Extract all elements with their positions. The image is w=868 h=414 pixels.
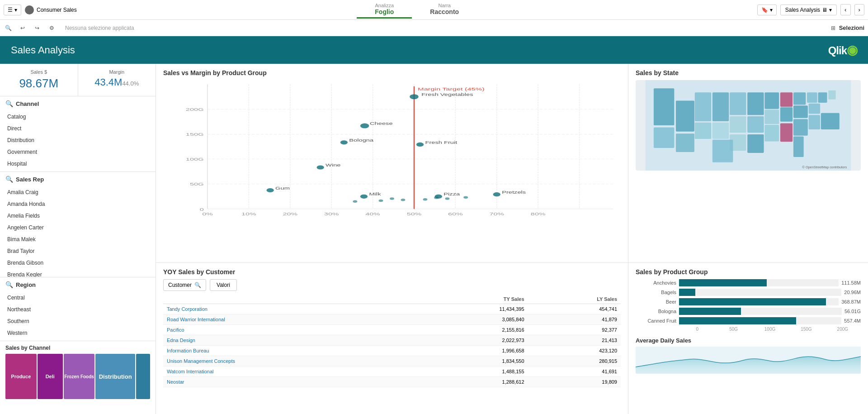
bookmark-dropdown: ▾	[770, 7, 773, 13]
treemap-distribution[interactable]: Distribution	[95, 354, 135, 399]
yoy-valori-button[interactable]: Valori	[210, 279, 237, 291]
yoy-row-3[interactable]: Edna Design2,022,97321,413	[163, 335, 621, 346]
analysis-label: Sales Analysis	[785, 7, 820, 13]
yoy-row-1[interactable]: Road Warrior International3,085,84041,87…	[163, 314, 621, 325]
svg-text:30%: 30%	[324, 211, 339, 216]
nav-tabs: Analizza Foglio Narra Racconto	[77, 1, 757, 19]
search-rep-icon[interactable]: 🔍	[5, 176, 13, 183]
selezioni-label[interactable]: Selezioni	[839, 24, 864, 31]
bar-track-bologna	[679, 308, 842, 315]
svg-text:Milk: Milk	[369, 192, 381, 197]
kpi-sales-label: Sales $	[7, 69, 71, 75]
col-ty-sales: TY Sales	[419, 295, 528, 304]
channel-item-catalog[interactable]: Catalog	[0, 111, 156, 123]
charts-bottom-row: YOY Sales by Customer Customer 🔍 Valori	[156, 263, 868, 414]
svg-rect-78	[793, 105, 808, 118]
yoy-row-2[interactable]: Pacifico2,155,81692,377	[163, 325, 621, 335]
svg-rect-76	[818, 92, 827, 103]
prev-button[interactable]: ‹	[840, 4, 850, 15]
svg-rect-59	[654, 128, 674, 148]
channel-item-direct[interactable]: Direct	[0, 123, 156, 134]
svg-rect-70	[764, 92, 779, 109]
yoy-title: YOY Sales by Customer	[163, 268, 621, 276]
svg-text:20%: 20%	[283, 211, 297, 216]
yoy-row-6[interactable]: Watcom International1,488,15541,691	[163, 366, 621, 377]
channel-item-hospital[interactable]: Hospital	[0, 158, 156, 170]
yoy-row-7[interactable]: Neostar1,288,61219,809	[163, 377, 621, 387]
app-name: Consumer Sales	[37, 7, 77, 13]
grid-icon[interactable]: ⊞	[831, 25, 835, 31]
bar-canned-fruit: Canned Fruit 557.4M	[636, 317, 861, 324]
svg-rect-60	[676, 100, 694, 131]
svg-point-56	[353, 200, 357, 203]
rep-item-7[interactable]: Brenda Kegler	[0, 269, 156, 277]
us-map[interactable]: © OpenStreetMap contributors	[636, 80, 861, 171]
treemap-produce[interactable]: Produce	[5, 354, 37, 399]
bar-bologna: Bologna 56.01G	[636, 308, 861, 315]
dashboard-header: Sales Analysis Qlik◉	[0, 36, 868, 64]
next-button[interactable]: ›	[854, 4, 864, 15]
sales-rep-filter-list: Amalia Craig Amanda Honda Amelia Fields …	[0, 186, 156, 277]
svg-text:50%: 50%	[407, 211, 422, 216]
channel-filter-title: Channel	[16, 100, 39, 107]
region-item-southern[interactable]: Southern	[0, 315, 156, 327]
svg-point-53	[434, 196, 439, 199]
treemap-frozen[interactable]: Frozen Foods	[64, 354, 95, 399]
bookmark-button[interactable]: 🔖 ▾	[757, 5, 777, 15]
channel-item-distribution[interactable]: Distribution	[0, 134, 156, 146]
region-item-northeast[interactable]: Northeast	[0, 304, 156, 315]
sales-by-channel-box: Sales by Channel Produce Deli Frozen Foo…	[0, 341, 156, 414]
tab-racconto[interactable]: Narra Racconto	[412, 1, 477, 19]
svg-point-49	[379, 200, 383, 202]
svg-text:150G: 150G	[186, 132, 204, 137]
bar-track-beer	[679, 298, 839, 305]
yoy-customer-button[interactable]: Customer 🔍	[163, 279, 206, 291]
search-channel-icon[interactable]: 🔍	[5, 100, 13, 107]
analysis-button[interactable]: Sales Analysis 🖥 ▾	[780, 5, 837, 15]
treemap-deli[interactable]: Deli	[38, 354, 63, 399]
dropdown-icon: ▾	[14, 7, 17, 13]
svg-rect-58	[654, 88, 674, 125]
treemap-container: Produce Deli Frozen Foods Distribution	[5, 354, 150, 399]
sales-rep-filter: 🔍 Sales Rep Amalia Craig Amanda Honda Am…	[0, 172, 156, 277]
region-item-western[interactable]: Western	[0, 327, 156, 339]
svg-point-47	[493, 192, 500, 196]
bar-anchovies: Anchovies 111.58M	[636, 279, 861, 286]
avg-daily-sales: Average Daily Sales	[636, 337, 861, 374]
svg-text:70%: 70%	[489, 211, 504, 216]
yoy-section: YOY Sales by Customer Customer 🔍 Valori	[156, 263, 628, 414]
rep-item-0[interactable]: Amalia Craig	[0, 186, 156, 198]
settings-icon[interactable]: ⚙	[47, 24, 56, 33]
hamburger-icon: ☰	[8, 7, 13, 13]
rep-item-2[interactable]: Amelia Fields	[0, 210, 156, 222]
yoy-row-5[interactable]: Unison Management Concepts1,834,550280,9…	[163, 356, 621, 366]
search-toolbar-icon[interactable]: 🔍	[4, 24, 13, 33]
search-region-icon[interactable]: 🔍	[5, 281, 13, 288]
region-item-central[interactable]: Central	[0, 292, 156, 304]
yoy-row-4[interactable]: Information Bureau1,996,658423,120	[163, 346, 621, 356]
bar-label-bologna: Bologna	[636, 309, 676, 314]
treemap-other[interactable]	[136, 354, 150, 399]
kpi-margin-label: Margin	[85, 69, 149, 75]
svg-rect-69	[747, 116, 764, 133]
svg-point-31	[410, 94, 419, 99]
bar-track-bagels	[679, 289, 841, 296]
rep-item-3[interactable]: Angelen Carter	[0, 222, 156, 233]
svg-point-43	[360, 195, 368, 199]
channel-item-government[interactable]: Government	[0, 146, 156, 158]
yoy-row-0[interactable]: Tandy Corporation11,434,395454,741	[163, 304, 621, 314]
tab-foglio[interactable]: Analizza Foglio	[357, 1, 412, 19]
rep-item-4[interactable]: Bima Malek	[0, 233, 156, 245]
hamburger-menu[interactable]: ☰ ▾	[4, 5, 21, 15]
rep-item-1[interactable]: Amanda Honda	[0, 198, 156, 210]
bar-label-canned-fruit: Canned Fruit	[636, 318, 676, 324]
back-icon[interactable]: ↩	[18, 24, 27, 33]
svg-rect-87	[712, 140, 733, 162]
forward-icon[interactable]: ↪	[33, 24, 42, 33]
rep-item-6[interactable]: Brenda Gibson	[0, 257, 156, 269]
rep-item-5[interactable]: Brad Taylor	[0, 245, 156, 257]
sales-channel-title: Sales by Channel	[5, 345, 150, 351]
bar-value-beer: 368.87M	[841, 299, 861, 305]
svg-rect-82	[764, 125, 779, 141]
svg-rect-62	[712, 92, 729, 121]
